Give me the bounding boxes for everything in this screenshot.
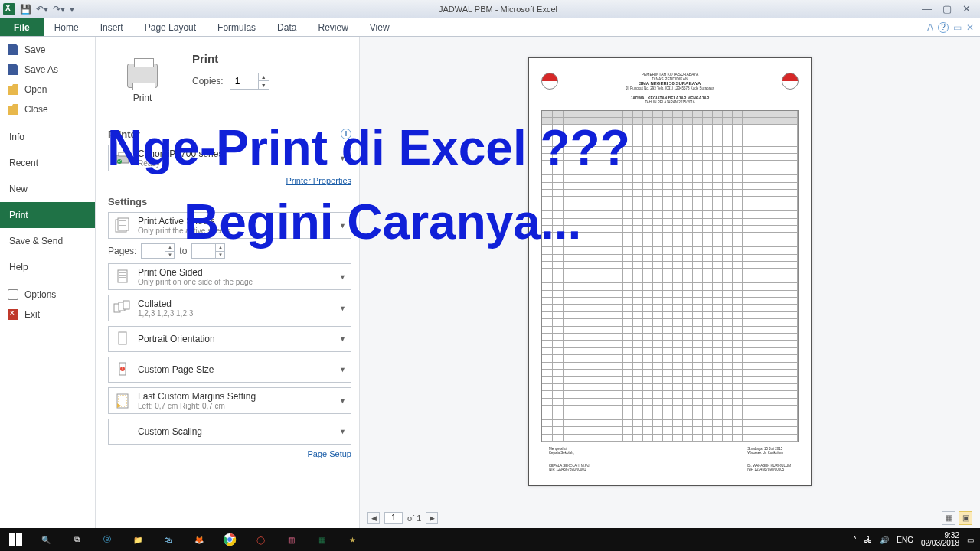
help-icon[interactable]: ? [938, 22, 949, 33]
tray-chevron-icon[interactable]: ˄ [853, 536, 857, 544]
printer-info-icon[interactable]: i [341, 129, 351, 139]
tray-network-icon[interactable]: 🖧 [864, 536, 872, 544]
svg-rect-4 [118, 218, 129, 230]
edge-icon[interactable]: ⓔ [92, 528, 122, 551]
nav-print[interactable]: Print [0, 202, 95, 228]
window-restore-icon[interactable]: ▭ [953, 22, 962, 33]
taskbar-search-icon[interactable]: 🔍 [31, 528, 61, 551]
pages-from-spinner[interactable]: ▲▼ [141, 243, 175, 259]
tray-volume-icon[interactable]: 🔊 [880, 536, 889, 544]
prev-page-button[interactable]: ◀ [368, 512, 380, 524]
chrome-icon[interactable] [214, 528, 245, 551]
nav-save-send[interactable]: Save & Send [0, 228, 95, 254]
copies-up[interactable]: ▲ [259, 73, 269, 81]
print-button[interactable]: Print [108, 49, 177, 118]
opera-icon[interactable]: ◯ [245, 528, 276, 551]
print-preview-area: PEMERINTAH KOTA SURABAYA DINAS PENDIDIKA… [360, 37, 980, 528]
app-icon-2[interactable]: ★ [337, 528, 368, 551]
printer-status: Ready [138, 159, 339, 168]
next-page-button[interactable]: ▶ [426, 512, 438, 524]
chevron-down-icon: ▼ [339, 155, 346, 162]
start-button[interactable] [0, 528, 31, 551]
nav-close[interactable]: Close [0, 99, 95, 119]
tray-clock[interactable]: 9:32 02/03/2018 [921, 532, 959, 547]
store-icon[interactable]: 🛍 [153, 528, 184, 551]
nav-help[interactable]: Help [0, 254, 95, 280]
pages-label: Pages: [108, 246, 136, 256]
svg-rect-5 [119, 220, 126, 221]
qat-save-icon[interactable]: 💾 [20, 4, 31, 15]
pages-to-label: to [179, 246, 187, 256]
show-margins-button[interactable]: ▦ [942, 511, 956, 525]
firefox-icon[interactable]: 🦊 [184, 528, 214, 551]
page-number-input[interactable] [384, 512, 403, 524]
qat-redo-icon[interactable]: ↷▾ [53, 4, 65, 15]
pages-to-spinner[interactable]: ▲▼ [191, 243, 225, 259]
tab-file[interactable]: File [0, 18, 44, 36]
tab-page-layout[interactable]: Page Layout [134, 18, 207, 36]
printer-select[interactable]: Canon iP2700 series Ready ▼ [108, 145, 351, 171]
copies-down[interactable]: ▼ [259, 81, 269, 90]
close-icon [8, 104, 18, 115]
file-explorer-icon[interactable]: 📁 [122, 528, 153, 551]
preview-page: PEMERINTAH KOTA SURABAYA DINAS PENDIDIKA… [528, 57, 812, 486]
app-icon-1[interactable]: ▥ [276, 528, 306, 551]
tab-data[interactable]: Data [266, 18, 307, 36]
orientation-select[interactable]: Portrait Orientation ▼ [108, 326, 351, 352]
print-what-select[interactable]: Print Active SheetsOnly print the active… [108, 212, 351, 239]
print-header: Print [192, 52, 270, 65]
pages-range-row: Pages: ▲▼ to ▲▼ [108, 243, 351, 259]
save-icon [8, 44, 18, 55]
margins-icon [113, 392, 132, 410]
minimize-button[interactable]: — [922, 3, 932, 15]
copies-input[interactable] [230, 76, 258, 86]
preview-footer: ◀ of 1 ▶ ▦ ▣ [360, 507, 980, 528]
zoom-to-page-button[interactable]: ▣ [959, 511, 972, 525]
excel-taskbar-icon[interactable]: ▦ [306, 528, 337, 551]
title-bar: 💾 ↶▾ ↷▾ ▾ JADWAL PBM - Microsoft Excel —… [0, 0, 980, 18]
tray-notifications-icon[interactable]: ▭ [967, 536, 974, 544]
nav-recent[interactable]: Recent [0, 150, 95, 176]
nav-close-label: Close [24, 104, 48, 115]
nav-options[interactable]: Options [0, 285, 95, 305]
pages-from-input[interactable] [142, 244, 165, 258]
printer-section-label: Printer i [108, 129, 351, 140]
tab-view[interactable]: View [359, 18, 400, 36]
ribbon-tabs: File Home Insert Page Layout Formulas Da… [0, 18, 980, 37]
tab-insert[interactable]: Insert [90, 18, 134, 36]
sides-select[interactable]: Print One SidedOnly print on one side of… [108, 263, 351, 290]
ribbon-minimize-icon[interactable]: ᐱ [927, 22, 933, 33]
workbook-close-icon[interactable]: ✕ [966, 22, 974, 33]
excel-icon [3, 3, 15, 15]
options-icon [8, 289, 18, 300]
tray-lang[interactable]: ENG [897, 536, 913, 544]
svg-rect-1 [119, 152, 126, 156]
nav-info[interactable]: Info [0, 124, 95, 150]
nav-exit[interactable]: Exit [0, 305, 95, 324]
close-button[interactable]: ✕ [962, 3, 971, 15]
open-icon [8, 84, 18, 95]
scaling-select[interactable]: Custom Scaling ▼ [108, 419, 351, 445]
task-view-icon[interactable]: ⧉ [61, 528, 92, 551]
copies-spinner[interactable]: ▲▼ [230, 73, 270, 90]
flag-left-icon [541, 73, 558, 90]
pagesize-select[interactable]: ! Custom Page Size ▼ [108, 357, 351, 383]
nav-save-label: Save [24, 44, 45, 55]
tab-review[interactable]: Review [307, 18, 358, 36]
printer-properties-link[interactable]: Printer Properties [286, 176, 351, 185]
collation-select[interactable]: Collated1,2,3 1,2,3 1,2,3 ▼ [108, 295, 351, 321]
nav-open[interactable]: Open [0, 80, 95, 99]
pages-to-input[interactable] [192, 244, 215, 258]
nav-save-as[interactable]: Save As [0, 60, 95, 80]
svg-rect-9 [119, 272, 126, 273]
tab-home[interactable]: Home [44, 18, 90, 36]
tab-formulas[interactable]: Formulas [207, 18, 266, 36]
nav-new[interactable]: New [0, 176, 95, 202]
qat-undo-icon[interactable]: ↶▾ [36, 4, 48, 15]
margins-select[interactable]: Last Custom Margins SettingLeft: 0,7 cm … [108, 387, 351, 414]
windows-taskbar: 🔍 ⧉ ⓔ 📁 🛍 🦊 ◯ ▥ ▦ ★ ˄ 🖧 🔊 ENG 9:32 02/03… [0, 528, 980, 551]
page-setup-link[interactable]: Page Setup [308, 449, 352, 458]
nav-save[interactable]: Save [0, 40, 95, 60]
nav-exit-label: Exit [24, 309, 40, 320]
maximize-button[interactable]: ▢ [942, 3, 952, 15]
